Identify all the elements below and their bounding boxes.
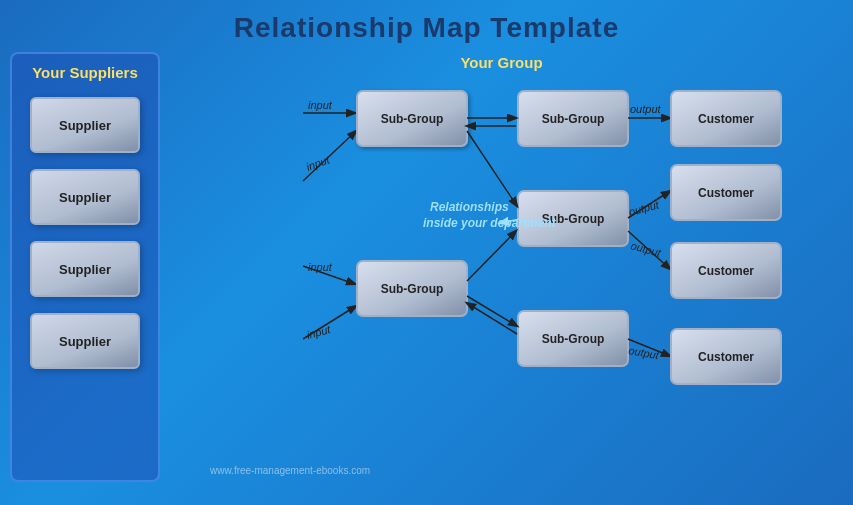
svg-text:input: input — [305, 323, 332, 341]
svg-text:output: output — [627, 198, 661, 218]
svg-line-20 — [467, 131, 517, 206]
svg-text:output: output — [630, 103, 662, 115]
svg-text:input: input — [308, 99, 333, 111]
suppliers-panel: Your Suppliers Supplier Supplier Supplie… — [10, 52, 160, 482]
svg-text:output: output — [629, 239, 663, 259]
svg-text:Customer: Customer — [698, 350, 754, 364]
group-header: Your Group — [160, 54, 843, 71]
svg-text:Customer: Customer — [698, 264, 754, 278]
supplier-box-1: Supplier — [30, 97, 140, 153]
supplier-box-2: Supplier — [30, 169, 140, 225]
svg-line-2 — [303, 131, 356, 181]
svg-text:Sub-Group: Sub-Group — [381, 282, 444, 296]
svg-line-23 — [467, 303, 517, 334]
svg-text:Sub-Group: Sub-Group — [542, 112, 605, 126]
main-container: Relationship Map Template Your Suppliers… — [0, 0, 853, 505]
svg-text:input: input — [308, 261, 333, 273]
supplier-box-3: Supplier — [30, 241, 140, 297]
svg-text:Sub-Group: Sub-Group — [381, 112, 444, 126]
svg-text:output: output — [628, 344, 661, 361]
diagram-svg: input input input input — [160, 71, 843, 482]
supplier-box-4: Supplier — [30, 313, 140, 369]
suppliers-header: Your Suppliers — [32, 64, 138, 81]
svg-text:Customer: Customer — [698, 186, 754, 200]
middle-area: Your Group input — [160, 52, 843, 482]
svg-text:Customer: Customer — [698, 112, 754, 126]
svg-text:Sub-Group: Sub-Group — [542, 332, 605, 346]
page-title: Relationship Map Template — [0, 0, 853, 52]
group-content: input input input input — [160, 71, 843, 482]
svg-line-21 — [467, 231, 516, 281]
svg-line-22 — [467, 296, 517, 326]
svg-text:input: input — [305, 153, 332, 173]
svg-text:Relationships: Relationships — [430, 200, 509, 214]
columns-area: Your Suppliers Supplier Supplier Supplie… — [0, 52, 853, 482]
svg-text:inside your department: inside your department — [423, 216, 557, 230]
watermark: www.free-management-ebooks.com — [210, 465, 370, 476]
